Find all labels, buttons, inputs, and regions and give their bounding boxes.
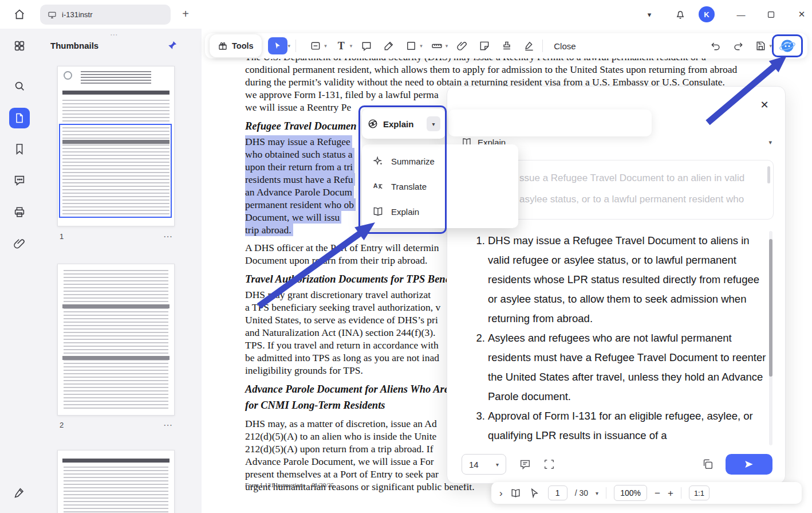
apps-grid-icon[interactable] [13, 40, 26, 52]
quoted-text: ssue a Refugee Travel Document to an ali… [519, 167, 754, 210]
font-size-select[interactable]: 14 ▾ [462, 454, 506, 475]
sticker-tool[interactable] [476, 38, 492, 54]
chevron-down-icon[interactable]: ▾ [427, 116, 440, 131]
highlight-icon [308, 38, 324, 54]
quote-response-icon[interactable] [519, 458, 531, 471]
shape-tool[interactable]: ▾ [403, 38, 423, 54]
divider [606, 487, 606, 499]
signature-icon[interactable] [13, 487, 26, 499]
actual-size-button[interactable]: 1:1 [689, 485, 709, 500]
user-avatar[interactable]: K [699, 6, 715, 22]
new-tab-icon[interactable]: + [179, 7, 192, 21]
document-tab[interactable]: i-131instr [40, 5, 171, 25]
stamp-tool[interactable] [499, 38, 515, 54]
zoom-level-select[interactable]: 100% [614, 485, 647, 501]
chevron-down-icon[interactable]: ▾ [596, 490, 598, 496]
monitor-icon [48, 10, 57, 19]
menu-item-summarize[interactable]: Summarize [362, 148, 518, 174]
page-number-input[interactable]: 1 [548, 485, 567, 500]
book-open-icon[interactable] [510, 487, 522, 499]
zoom-in-icon[interactable]: + [668, 488, 673, 498]
chevron-down-icon[interactable]: ▾ [768, 139, 772, 146]
sidebar-item-thumbnails[interactable] [9, 108, 30, 128]
esign-icon [521, 38, 537, 54]
quote-scrollbar[interactable] [767, 166, 770, 183]
bookmark-icon[interactable] [13, 143, 26, 155]
thumb-text-lines [64, 467, 168, 513]
close-icon[interactable]: ✕ [759, 99, 770, 111]
shape-icon [403, 38, 419, 54]
minimize-icon[interactable]: — [734, 7, 748, 21]
pen-icon [381, 38, 397, 54]
zoom-out-icon[interactable]: − [655, 488, 660, 498]
undo-button[interactable] [708, 38, 724, 54]
redo-button[interactable] [730, 38, 746, 54]
save-icon [752, 38, 768, 54]
menu-item-translate[interactable]: A Translate [362, 174, 518, 199]
menu-item-label: Translate [391, 182, 427, 191]
redo-icon [730, 38, 746, 54]
menu-item-label: Explain [391, 207, 419, 217]
ai-response-item: Approval of Form I-131 for an eligible r… [488, 406, 766, 445]
ai-response-area: DHS may issue a Refugee Travel Document … [473, 231, 766, 445]
thumb-band [62, 459, 170, 463]
highlight-tool[interactable]: ▾ [308, 38, 327, 54]
page-thumbnail-3[interactable] [57, 450, 175, 513]
paperclip-icon[interactable] [13, 237, 26, 250]
tools-button[interactable]: Tools [210, 34, 262, 57]
copy-icon[interactable] [701, 458, 714, 471]
close-toolbar-button[interactable]: Close [554, 41, 576, 51]
page-total-label: / 30 [575, 488, 588, 498]
thumb-band [62, 91, 170, 95]
collapse-chevron-icon[interactable]: › [499, 488, 503, 498]
close-icon[interactable]: ✕ [795, 7, 809, 21]
chevron-down-icon[interactable]: ▾ [642, 7, 656, 21]
window-titlebar: i-131instr + ▾ K — ✕ [0, 0, 812, 29]
snapshot-icon[interactable] [543, 458, 555, 471]
sparkle-icon [372, 155, 384, 167]
save-button[interactable]: ▾ [752, 38, 772, 54]
scrollbar-thumb[interactable] [769, 239, 772, 377]
undo-icon [708, 38, 724, 54]
tools-label: Tools [232, 41, 254, 50]
notifications-bell-icon[interactable] [673, 7, 687, 21]
pin-icon[interactable] [167, 40, 178, 50]
left-sidebar: Thumbnails ⋯ 1 ⋯ 2 ⋯ [0, 29, 202, 513]
menu-item-explain[interactable]: Explain [362, 199, 518, 224]
thumb-title-lines [81, 71, 151, 85]
chevron-down-icon[interactable]: ▾ [288, 43, 291, 49]
comment-tool[interactable] [358, 38, 375, 54]
measure-icon [429, 38, 445, 54]
more-icon[interactable]: ⋯ [163, 231, 175, 242]
divider [295, 40, 296, 52]
maximize-icon[interactable] [764, 7, 778, 21]
measure-tool[interactable]: ▾ [429, 38, 448, 54]
tab-title: i-131instr [62, 10, 92, 19]
chevron-down-icon[interactable]: ▾ [446, 43, 448, 49]
select-cursor-icon[interactable] [268, 37, 287, 54]
attach-tool[interactable] [454, 38, 470, 54]
search-icon[interactable] [13, 80, 26, 92]
more-icon[interactable]: ⋯ [163, 420, 175, 430]
esign-tool[interactable] [521, 38, 537, 54]
quoted-line: asylee status, or to a lawful permanent … [519, 189, 754, 210]
ai-response-list: DHS may issue a Refugee Travel Document … [473, 231, 766, 445]
panel-drag-handle-icon[interactable]: ⋯ [110, 30, 119, 39]
send-button[interactable] [726, 454, 772, 475]
page-thumbnail-2[interactable] [57, 264, 175, 416]
chevron-down-icon[interactable]: ▾ [350, 43, 353, 49]
ai-assistant-button[interactable] [772, 34, 803, 57]
chevron-down-icon[interactable]: ▾ [420, 43, 423, 49]
cursor-mode-icon[interactable] [529, 487, 541, 499]
chevron-down-icon[interactable]: ▾ [324, 43, 327, 49]
comment-icon[interactable] [13, 174, 26, 186]
home-icon[interactable] [13, 7, 26, 21]
page-thumbnail-1[interactable] [57, 66, 175, 226]
print-icon[interactable] [13, 206, 26, 218]
thumbnail-selection-box [59, 124, 172, 218]
pen-tool[interactable] [381, 38, 397, 54]
text-tool[interactable]: T ▾ [333, 38, 353, 54]
response-scrollbar[interactable] [769, 231, 772, 445]
explain-action-button[interactable]: Explain ▾ [362, 109, 446, 139]
select-tool-group[interactable]: ▾ [268, 37, 291, 54]
